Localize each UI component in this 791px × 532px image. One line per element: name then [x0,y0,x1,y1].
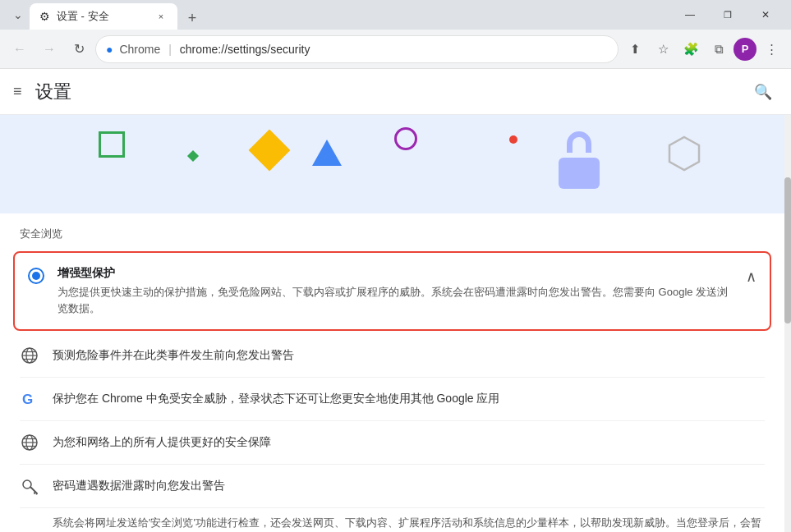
new-tab-button[interactable]: + [181,7,204,30]
security-banner [0,115,784,213]
option-text-enhanced: 增强型保护 为您提供更快速主动的保护措施，免受危险网站、下载内容或扩展程序的威胁… [57,266,733,316]
address-text: Chrome | chrome://settings/security [119,43,608,56]
feature-item-password: 密码遭遇数据泄露时向您发出警告 [20,465,765,508]
split-view-button[interactable]: ⧉ [706,36,732,62]
shape-dot [509,135,517,144]
shape-circle [394,127,417,150]
tab-close-button[interactable]: × [154,10,168,23]
option-title: 增强型保护 [57,266,733,281]
shape-diamond-sm [187,150,199,162]
globe-icon [20,346,39,365]
google-icon: G [20,389,39,409]
page-title: 设置 [35,80,735,104]
feature-text-predict: 预测危险事件并在此类事件发生前向您发出警告 [53,348,294,363]
tab-strip-chevron[interactable]: ⌄ [7,0,30,30]
extension-button[interactable]: 🧩 [678,36,704,62]
scrollbar-thumb[interactable] [784,177,791,323]
settings-header: ≡ 设置 🔍 [0,69,791,115]
search-icon: 🔍 [754,83,772,101]
shape-square [99,131,125,158]
scrollbar-track[interactable] [784,115,791,532]
share-button[interactable]: ⬆ [622,36,648,62]
forward-button[interactable]: → [36,36,62,62]
feature-item-google: G 保护您在 Chrome 中免受安全威胁，登录状态下还可让您更安全地使用其他 … [20,378,765,421]
shape-hexagon [666,135,702,175]
shape-triangle [312,140,342,166]
tab-strip: ⚙ 设置 - 安全 × + [30,0,665,30]
enhanced-protection-option[interactable]: 增强型保护 为您提供更快速主动的保护措施，免受危险网站、下载内容或扩展程序的威胁… [13,251,771,331]
collapse-chevron[interactable]: ∧ [746,268,757,286]
restore-button[interactable] [709,0,747,30]
svg-marker-0 [669,137,699,170]
key-icon [20,476,39,496]
shape-diamond-yellow [249,130,291,172]
address-path: chrome://settings/security [180,43,310,56]
feature-text-everyone: 为您和网络上的所有人提供更好的安全保障 [53,435,271,450]
svg-text:G: G [22,392,33,407]
security-icon: ● [106,43,113,56]
search-button[interactable]: 🔍 [748,77,778,107]
nav-right-icons: ⬆ ☆ 🧩 ⧉ P ⋮ [622,36,784,62]
restore-icon [724,10,732,21]
nav-bar: ← → ↻ ● Chrome | chrome://settings/secur… [0,30,791,69]
radio-button-enhanced[interactable] [28,268,44,284]
chevron-down-icon: ⌄ [13,8,23,21]
feature-text-password: 密码遭遇数据泄露时向您发出警告 [53,479,225,493]
feature-list: 预测危险事件并在此类事件发生前向您发出警告 G 保护您在 Chrome 中免受安… [0,334,784,508]
globe2-icon [20,433,39,452]
content-area: 安全浏览 增强型保护 为您提供更快速主动的保护措施，免受危险网站、下载内容或扩展… [0,115,784,532]
settings-page: ≡ 设置 🔍 [0,69,791,532]
window-controls [671,0,784,30]
section-label: 安全浏览 [0,213,784,248]
shape-lock [554,131,604,189]
option-description: 为您提供更快速主动的保护措施，免受危险网站、下载内容或扩展程序的威胁。系统会在密… [57,284,733,316]
feature-description: 系统会将网址发送给'安全浏览'功能进行检查，还会发送网页、下载内容、扩展程序活动… [0,508,784,532]
address-brand: Chrome [119,43,160,56]
feature-text-google: 保护您在 Chrome 中免受安全威胁，登录状态下还可让您更安全地使用其他 Go… [53,392,500,406]
settings-content: 安全浏览 增强型保护 为您提供更快速主动的保护措施，免受危险网站、下载内容或扩展… [0,115,791,532]
tab-title: 设置 - 安全 [57,9,148,24]
browser-frame: ⌄ ⚙ 设置 - 安全 × + ← → ↻ ● [0,0,791,532]
minimize-icon [685,9,695,21]
svg-point-12 [23,480,31,488]
bookmark-button[interactable]: ☆ [650,36,676,62]
title-bar: ⌄ ⚙ 设置 - 安全 × + [0,0,791,30]
active-tab[interactable]: ⚙ 设置 - 安全 × [30,3,177,30]
hamburger-menu-icon[interactable]: ≡ [13,83,22,100]
tab-favicon: ⚙ [39,10,50,23]
feature-item-predict: 预测危险事件并在此类事件发生前向您发出警告 [20,334,765,378]
profile-button[interactable]: P [734,38,757,61]
menu-button[interactable]: ⋮ [758,36,784,62]
address-separator: | [168,43,172,56]
reload-button[interactable]: ↻ [66,36,92,62]
feature-item-everyone: 为您和网络上的所有人提供更好的安全保障 [20,421,765,465]
close-icon [761,9,770,21]
back-button[interactable]: ← [7,36,33,62]
address-bar[interactable]: ● Chrome | chrome://settings/security [95,35,619,63]
minimize-button[interactable] [671,0,709,30]
radio-selected-indicator [32,272,40,280]
close-button[interactable] [747,0,784,30]
